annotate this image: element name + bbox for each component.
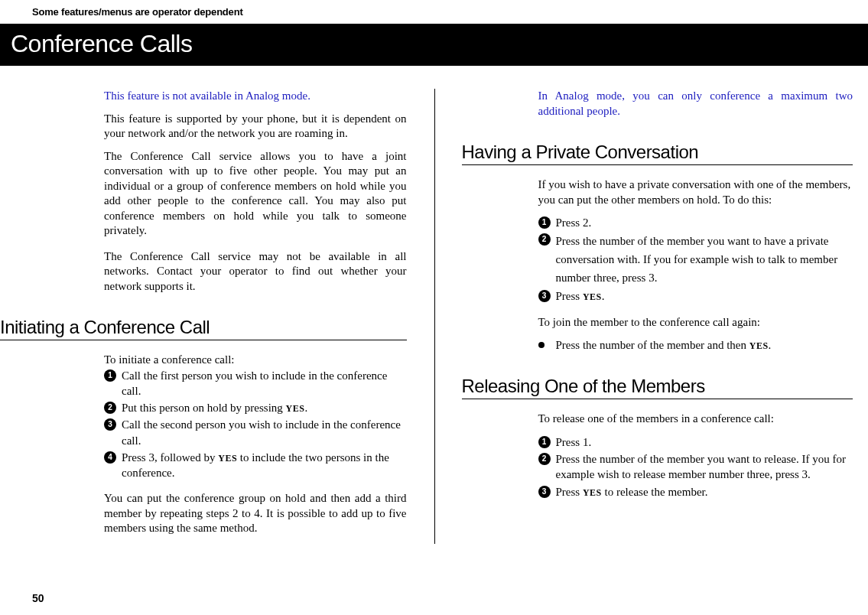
step-number-icon: 1 bbox=[104, 369, 116, 382]
rejoin-list: Press the number of the member and then … bbox=[538, 337, 853, 353]
section-private-title: Having a Private Conversation bbox=[462, 142, 853, 165]
analog-limit-note: In Analog mode, you can only conference … bbox=[538, 89, 853, 119]
page-number: 50 bbox=[32, 592, 44, 604]
bullet-text: Press the number of the member and then … bbox=[556, 337, 853, 353]
step-number-icon: 2 bbox=[538, 233, 551, 246]
releasing-steps: 1 Press 1. 2 Press the number of the mem… bbox=[538, 434, 853, 499]
list-item: 3 Press YES. bbox=[538, 288, 853, 304]
list-item: 3 Call the second person you wish to inc… bbox=[104, 417, 407, 448]
step-number-icon: 1 bbox=[538, 436, 551, 448]
left-column: This feature is not available in Analog … bbox=[0, 89, 434, 544]
analog-note: This feature is not available in Analog … bbox=[104, 89, 407, 104]
page-title: Conference Calls bbox=[0, 24, 868, 66]
service-description-para: The Conference Call service allows you t… bbox=[104, 149, 407, 239]
step-number-icon: 2 bbox=[538, 453, 551, 465]
step-text: Press 1. bbox=[556, 434, 853, 450]
step-text: Press the number of the member you want … bbox=[556, 451, 853, 483]
private-steps: 1 Press 2. 2 Press the number of the mem… bbox=[538, 215, 853, 304]
step-text: Press the number of the member you want … bbox=[556, 232, 853, 287]
step-text: Put this person on hold by pressing YES. bbox=[122, 400, 407, 415]
step-number-icon: 3 bbox=[104, 418, 116, 431]
step-text: Call the second person you wish to inclu… bbox=[122, 417, 407, 448]
section-releasing-title: Releasing One of the Members bbox=[462, 376, 853, 399]
private-intro: If you wish to have a private conversati… bbox=[538, 177, 853, 207]
initiating-intro: To initiate a conference call: bbox=[104, 353, 407, 368]
releasing-intro: To release one of the members in a confe… bbox=[538, 412, 853, 427]
step-text: Press 3, followed by YES to include the … bbox=[122, 450, 407, 481]
header-note: Some features/menus are operator depende… bbox=[0, 0, 868, 24]
rejoin-intro: To join the member to the conference cal… bbox=[538, 315, 853, 330]
list-item: 2 Press the number of the member you wan… bbox=[538, 232, 853, 287]
step-text: Call the first person you wish to includ… bbox=[122, 368, 407, 399]
step-number-icon: 4 bbox=[104, 451, 116, 464]
step-number-icon: 2 bbox=[104, 402, 116, 414]
step-text: Press 2. bbox=[556, 215, 853, 230]
list-item: 1 Call the first person you wish to incl… bbox=[104, 368, 407, 399]
step-text: Press YES. bbox=[556, 288, 853, 304]
availability-para: The Conference Call service may not be a… bbox=[104, 249, 407, 294]
list-item: 2 Press the number of the member you wan… bbox=[538, 451, 853, 483]
support-para: This feature is supported by your phone,… bbox=[104, 112, 407, 142]
list-item: 4 Press 3, followed by YES to include th… bbox=[104, 450, 407, 481]
list-item: Press the number of the member and then … bbox=[538, 337, 853, 353]
step-number-icon: 3 bbox=[538, 290, 551, 302]
step-number-icon: 3 bbox=[538, 486, 551, 498]
right-column: In Analog mode, you can only conference … bbox=[434, 89, 869, 544]
list-item: 1 Press 2. bbox=[538, 215, 853, 230]
step-number-icon: 1 bbox=[538, 216, 551, 229]
initiating-after-para: You can put the conference group on hold… bbox=[104, 491, 407, 536]
initiating-steps: 1 Call the first person you wish to incl… bbox=[104, 368, 407, 481]
section-initiating-title: Initiating a Conference Call bbox=[0, 317, 407, 340]
list-item: 3 Press YES to release the member. bbox=[538, 484, 853, 499]
column-divider bbox=[434, 89, 435, 544]
bullet-icon bbox=[538, 342, 545, 348]
step-text: Press YES to release the member. bbox=[556, 484, 853, 499]
list-item: 1 Press 1. bbox=[538, 434, 853, 450]
list-item: 2 Put this person on hold by pressing YE… bbox=[104, 400, 407, 415]
